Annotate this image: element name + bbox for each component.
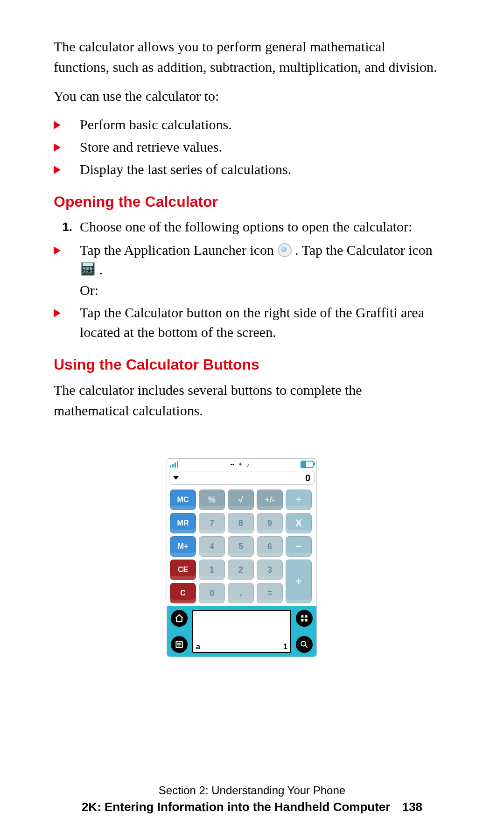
key-c[interactable]: C [170,583,196,603]
home-icon[interactable] [171,610,188,627]
key-decimal[interactable]: . [228,583,254,603]
using-paragraph: The calculator includes several buttons … [54,380,439,421]
signal-icon [170,461,179,468]
graffiti-alpha-label: a [196,643,200,651]
calculator-display: 0 [169,471,315,485]
substep-a-text-pre: Tap the Application Launcher icon [80,242,278,258]
graffiti-right-icons [296,610,313,653]
status-left [170,461,179,468]
heading-opening-calculator: Opening the Calculator [54,193,439,210]
triangle-bullet-icon [54,309,61,317]
triangle-bullet-icon [54,143,61,152]
bullet-text: Store and retrieve values. [80,139,222,154]
key-mc[interactable]: MC [170,490,196,510]
step-text: Choose one of the following options to o… [80,219,412,234]
battery-icon [301,461,314,468]
key-percent[interactable]: % [199,490,225,510]
intro-paragraph-1: The calculator allows you to perform gen… [54,36,439,77]
key-add[interactable]: + [286,560,312,603]
graffiti-area: a 1 [167,606,316,657]
key-3[interactable]: 3 [257,560,283,580]
triangle-bullet-icon [54,166,61,174]
calculator-keypad: MC % √ +/- ÷ MR 7 8 9 X M+ 4 5 6 − CE 1 … [167,487,316,606]
svg-rect-2 [305,615,308,617]
application-launcher-icon [278,243,292,257]
key-sqrt[interactable]: √ [228,490,254,510]
status-bar: ▪▪ ✦ ♪ [167,459,316,470]
key-9[interactable]: 9 [257,513,283,533]
dropdown-caret-icon[interactable] [173,476,179,480]
bullet-text: Display the last series of calculations. [80,161,291,177]
status-right [301,461,314,468]
calculator-figure: ▪▪ ✦ ♪ 0 MC % √ +/- ÷ MR 7 8 [167,458,316,657]
music-note-icon: ♪ [246,461,250,468]
target-icon: ✦ [238,461,243,468]
bullet-item: Display the last series of calculations. [76,160,439,179]
intro-bullets: Perform basic calculations. Store and re… [54,115,439,179]
calculator-app-icon: Calc [80,262,96,280]
graffiti-left-icons [171,610,188,653]
graffiti-input-area[interactable]: a 1 [192,610,291,653]
calculator-device: ▪▪ ✦ ♪ 0 MC % √ +/- ÷ MR 7 8 [167,458,317,657]
intro-paragraph-2: You can use the calculator to: [54,86,439,106]
key-0[interactable]: 0 [199,583,225,603]
bullet-item: Tap the Application Launcher icon . Tap … [76,240,439,300]
numbered-step: 1. Choose one of the following options t… [76,217,439,237]
key-equals[interactable]: = [257,583,283,603]
key-divide[interactable]: ÷ [286,490,312,510]
search-icon[interactable] [296,636,313,653]
key-multiply[interactable]: X [286,513,312,533]
calculator-display-value: 0 [305,473,310,483]
key-5[interactable]: 5 [228,536,254,557]
heading-using-buttons: Using the Calculator Buttons [54,356,439,373]
graffiti-numeric-label: 1 [283,643,287,651]
footer-chapter-line: 2K: Entering Information into the Handhe… [0,800,504,814]
key-ce[interactable]: CE [170,560,196,580]
triangle-bullet-icon [54,246,61,255]
svg-rect-4 [305,619,308,622]
footer-section-line: Section 2: Understanding Your Phone [0,784,504,797]
footer-chapter-text: 2K: Entering Information into the Handhe… [82,800,391,814]
opening-steps: 1. Choose one of the following options t… [54,217,439,237]
calculator-icon-caption: Calc [80,261,96,280]
svg-point-5 [301,641,306,646]
footer-page-number: 138 [402,800,422,814]
bullet-item: Tap the Calculator button on the right s… [76,303,439,342]
key-4[interactable]: 4 [199,536,225,557]
key-subtract[interactable]: − [286,536,312,557]
key-1[interactable]: 1 [199,560,225,580]
step-number: 1. [54,217,72,237]
menu-list-icon[interactable] [171,636,188,653]
apps-grid-icon[interactable] [296,610,313,627]
status-center: ▪▪ ✦ ♪ [230,461,250,468]
key-mr[interactable]: MR [170,513,196,533]
or-text: Or: [80,282,98,298]
key-m-plus[interactable]: M+ [170,536,196,557]
svg-rect-1 [301,615,303,617]
key-plus-minus[interactable]: +/- [257,490,283,510]
bullet-item: Store and retrieve values. [76,137,439,157]
key-2[interactable]: 2 [228,560,254,580]
opening-substeps: Tap the Application Launcher icon . Tap … [54,240,439,342]
substep-a-text-post: . [99,262,103,277]
substep-a-text-mid: . Tap the Calculator icon [295,242,433,258]
key-7[interactable]: 7 [199,513,225,533]
status-indicator-icon: ▪▪ [230,461,234,468]
key-8[interactable]: 8 [228,513,254,533]
document-page: The calculator allows you to perform gen… [0,0,504,840]
bullet-item: Perform basic calculations. [76,115,439,134]
substep-b-text: Tap the Calculator button on the right s… [80,305,424,340]
key-6[interactable]: 6 [257,536,283,557]
triangle-bullet-icon [54,121,61,129]
bullet-text: Perform basic calculations. [80,117,232,132]
page-footer: Section 2: Understanding Your Phone 2K: … [0,784,504,814]
svg-rect-3 [301,619,303,622]
